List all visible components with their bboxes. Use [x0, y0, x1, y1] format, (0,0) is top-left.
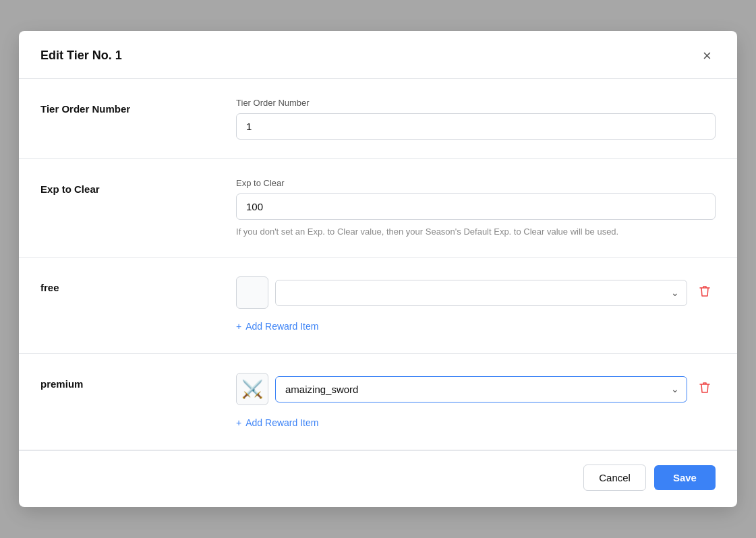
modal-header: Edit Tier No. 1 ×	[19, 31, 737, 78]
save-button[interactable]: Save	[654, 465, 716, 490]
modal-title: Edit Tier No. 1	[40, 49, 122, 63]
free-reward-row: ⌄	[236, 276, 716, 309]
tier-order-input[interactable]	[236, 113, 716, 140]
exp-to-clear-section: Exp to Clear Exp to Clear If you don't s…	[19, 159, 737, 258]
free-reward-icon-box	[236, 276, 268, 309]
free-add-reward-label: Add Reward Item	[245, 321, 318, 332]
modal-container: Edit Tier No. 1 × Tier Order Number Tier…	[19, 31, 737, 508]
modal-overlay: Edit Tier No. 1 × Tier Order Number Tier…	[0, 0, 756, 538]
trash-icon	[698, 285, 711, 298]
premium-add-reward-label: Add Reward Item	[245, 417, 318, 428]
premium-section: premium ⚔️ amaizing_sword ⌄	[19, 354, 737, 450]
free-select-wrapper: ⌄	[275, 280, 687, 306]
cancel-button[interactable]: Cancel	[583, 465, 646, 491]
tier-order-sublabel: Tier Order Number	[236, 98, 716, 108]
free-section: free ⌄	[19, 258, 737, 354]
tier-order-label: Tier Order Number	[40, 98, 236, 115]
free-content: ⌄ + Add Reward Item	[236, 276, 716, 334]
tier-order-section: Tier Order Number Tier Order Number	[19, 79, 737, 159]
free-add-reward-button[interactable]: + Add Reward Item	[236, 318, 318, 334]
exp-to-clear-label: Exp to Clear	[40, 178, 236, 195]
exp-to-clear-helper: If you don't set an Exp. to Clear value,…	[236, 225, 716, 239]
close-button[interactable]: ×	[699, 47, 716, 65]
premium-select-wrapper: amaizing_sword ⌄	[275, 376, 687, 402]
trash-icon	[698, 381, 711, 394]
premium-delete-button[interactable]	[694, 378, 716, 400]
free-reward-select[interactable]	[275, 280, 687, 306]
exp-to-clear-sublabel: Exp to Clear	[236, 178, 716, 188]
free-add-reward-plus-icon: +	[236, 321, 241, 332]
premium-add-reward-button[interactable]: + Add Reward Item	[236, 415, 318, 431]
premium-reward-icon: ⚔️	[241, 379, 263, 400]
premium-content: ⚔️ amaizing_sword ⌄ +	[236, 373, 716, 431]
modal-footer: Cancel Save	[19, 450, 737, 507]
tier-order-content: Tier Order Number	[236, 98, 716, 140]
premium-add-reward-plus-icon: +	[236, 417, 241, 428]
free-label: free	[40, 276, 236, 293]
free-delete-button[interactable]	[694, 282, 716, 304]
exp-to-clear-input[interactable]	[236, 193, 716, 220]
premium-reward-select[interactable]: amaizing_sword	[275, 376, 687, 402]
exp-to-clear-content: Exp to Clear If you don't set an Exp. to…	[236, 178, 716, 239]
premium-reward-icon-box: ⚔️	[236, 373, 268, 405]
premium-reward-row: ⚔️ amaizing_sword ⌄	[236, 373, 716, 405]
premium-label: premium	[40, 373, 236, 390]
